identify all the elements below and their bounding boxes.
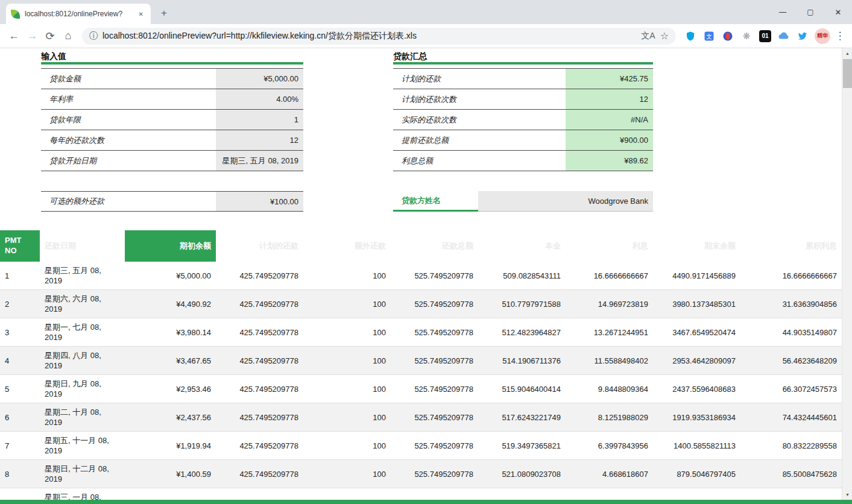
table-cell: 100 (303, 460, 391, 488)
table-cell: 100 (303, 318, 391, 347)
lender-value: Woodgrove Bank (478, 191, 653, 212)
browser-toolbar: ← → ⟳ ⌂ ⓘ 文A ☆ 文 ❋ 01 精华 ⋮ (0, 24, 852, 48)
summary-panel: 贷款汇总 计划的还款 ¥425.75 计划的还款次数 12 实际的还款次数 #N… (393, 51, 653, 212)
page-info-icon[interactable]: ⓘ (89, 31, 98, 42)
table-cell: 100 (303, 403, 391, 432)
row-label: 可选的额外还款 (41, 192, 216, 211)
summary-panel-underline (393, 62, 653, 65)
summary-row: 计划的还款 ¥425.75 (393, 69, 653, 89)
summary-panel-title: 贷款汇总 (393, 51, 653, 62)
table-cell: 56.4623648209 (740, 347, 842, 375)
table-cell: 11.5588498402 (566, 347, 653, 375)
scrollbar-thumb[interactable] (843, 59, 852, 88)
table-cell: 2953.4642809097 (653, 347, 740, 375)
row-value: #N/A (566, 110, 653, 130)
table-cell: 510.7797971588 (478, 290, 566, 318)
input-row: 贷款金额 ¥5,000.00 (41, 69, 303, 89)
title-bar: localhost:8012/onlinePreview? ✕ + — ▢ ✕ (0, 0, 852, 24)
new-tab-button[interactable]: + (157, 6, 171, 20)
extra-payment-row: 可选的额外还款 ¥100.00 (41, 191, 303, 212)
home-icon[interactable]: ⌂ (59, 27, 77, 45)
table-cell: 512.4823964827 (478, 318, 566, 347)
input-row: 每年的还款次数 12 (41, 130, 303, 151)
address-bar[interactable]: ⓘ 文A ☆ (82, 28, 676, 45)
table-cell: 2437.5596408683 (653, 375, 740, 403)
table-cell: 425.7495209778 (216, 262, 303, 290)
table-cell: 4 (0, 347, 40, 375)
table-cell: 425.7495209778 (216, 403, 303, 432)
forward-icon[interactable]: → (23, 27, 41, 45)
maximize-button[interactable]: ▢ (797, 0, 824, 24)
table-cell: 44.9035149807 (740, 318, 842, 347)
table-cell: 521.0809023708 (478, 460, 566, 488)
table-cell: 517.6243221749 (478, 403, 566, 432)
table-cell: 星期日, 十二月 08, 2019 (40, 460, 125, 488)
svg-text:文: 文 (706, 33, 712, 39)
disabled-extension-icon[interactable]: ❋ (740, 30, 753, 42)
scroll-up-icon[interactable]: ▲ (842, 48, 852, 58)
table-cell: 星期二, 十月 08, 2019 (40, 403, 125, 432)
row-value: ¥89.62 (566, 151, 653, 171)
table-cell: 425.7495209778 (216, 290, 303, 318)
table-cell: ¥1,919.94 (125, 432, 216, 460)
row-label: 实际的还款次数 (393, 110, 566, 130)
refresh-icon[interactable]: ⟳ (41, 27, 59, 45)
row-value: 4.00% (216, 89, 303, 109)
table-cell: 星期四, 八月 08, 2019 (40, 347, 125, 375)
bookmark-star-icon[interactable]: ☆ (660, 30, 669, 42)
table-cell: 4.668618607 (566, 460, 653, 488)
extensions-area: 文 ❋ 01 (681, 30, 812, 42)
url-input[interactable] (103, 31, 636, 41)
row-value: ¥425.75 (566, 69, 653, 89)
profile-avatar[interactable]: 精华 (815, 28, 830, 44)
schedule-body: 1星期三, 五月 08, 2019¥5,000.00425.7495209778… (0, 262, 842, 504)
table-cell: 425.7495209778 (216, 460, 303, 488)
column-header: 额外还款 (303, 230, 391, 262)
bird-extension-icon[interactable] (797, 30, 809, 42)
tab-title: localhost:8012/onlinePreview? (25, 10, 131, 18)
table-cell: 2 (0, 290, 40, 318)
close-button[interactable]: ✕ (824, 0, 852, 24)
table-row: 4星期四, 八月 08, 2019¥3,467.65425.7495209778… (0, 347, 842, 375)
back-icon[interactable]: ← (5, 27, 23, 45)
table-cell: 1400.5855821113 (653, 432, 740, 460)
browser-menu-icon[interactable]: ⋮ (833, 27, 847, 45)
shield-extension-icon[interactable] (684, 30, 696, 42)
table-cell: 3 (0, 318, 40, 347)
scroll-down-icon[interactable]: ▼ (842, 490, 852, 500)
row-value: ¥5,000.00 (216, 69, 303, 89)
input-panel: 输入值 贷款金额 ¥5,000.00 年利率 4.00% 贷款年限 1 每年的还… (41, 51, 303, 212)
cloud-extension-icon[interactable] (778, 30, 790, 42)
table-cell: 星期日, 九月 08, 2019 (40, 375, 125, 403)
table-row: 1星期三, 五月 08, 2019¥5,000.00425.7495209778… (0, 262, 842, 290)
table-cell: 509.0828543111 (478, 262, 566, 290)
table-cell: 5 (0, 375, 40, 403)
tab-close-icon[interactable]: ✕ (136, 10, 146, 19)
row-value: ¥900.00 (566, 130, 653, 150)
table-cell: 425.7495209778 (216, 318, 303, 347)
translate-icon[interactable]: 文A (641, 31, 655, 42)
table-cell: 16.6666666667 (740, 262, 842, 290)
table-cell: 525.7495209778 (391, 460, 478, 488)
schedule-table: PMT NO还款日期期初余额计划的还款额外还款还款总额本金利息期末余额累积利息 … (0, 230, 842, 504)
table-cell: 525.7495209778 (391, 290, 478, 318)
input-rows: 贷款金额 ¥5,000.00 年利率 4.00% 贷款年限 1 每年的还款次数 … (41, 68, 303, 171)
table-row: 2星期六, 六月 08, 2019¥4,490.92425.7495209778… (0, 290, 842, 318)
translate-extension-icon[interactable]: 文 (703, 30, 715, 42)
column-header: 期初余额 (125, 230, 216, 262)
table-row: 7星期五, 十一月 08, 2019¥1,919.94425.749520977… (0, 432, 842, 460)
minimize-button[interactable]: — (769, 0, 797, 24)
circle-logo-extension-icon[interactable] (722, 30, 734, 42)
table-cell: 80.8322289558 (740, 432, 842, 460)
table-cell: 425.7495209778 (216, 375, 303, 403)
badge-01-extension-icon[interactable]: 01 (759, 30, 771, 42)
table-cell: 515.9046400414 (478, 375, 566, 403)
table-cell: 3467.6549520474 (653, 318, 740, 347)
browser-tab[interactable]: localhost:8012/onlinePreview? ✕ (6, 4, 151, 24)
table-row: 3星期一, 七月 08, 2019¥3,980.14425.7495209778… (0, 318, 842, 347)
row-label: 计划的还款次数 (393, 89, 566, 109)
table-cell: ¥3,467.65 (125, 347, 216, 375)
table-cell: 525.7495209778 (391, 375, 478, 403)
table-cell: 525.7495209778 (391, 318, 478, 347)
scrollbar[interactable]: ▲ ▼ (842, 48, 852, 500)
